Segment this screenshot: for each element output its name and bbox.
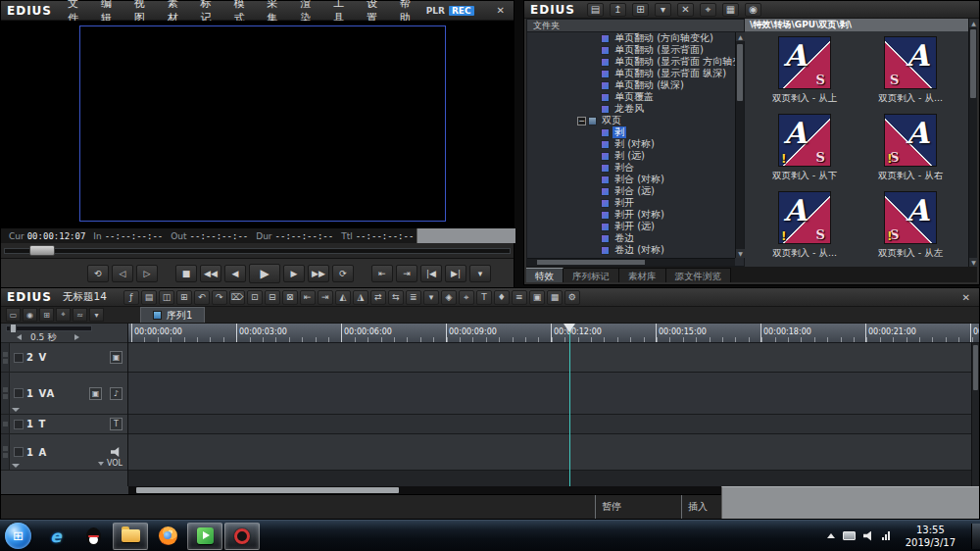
timecode-value[interactable]: --:--:--:--: [275, 231, 334, 241]
volume-icon[interactable]: [863, 531, 874, 541]
tree-item[interactable]: − 单页翻动 (纵深): [527, 79, 735, 91]
volume-label[interactable]: VOL: [98, 459, 122, 468]
firefox-taskbar-button[interactable]: [150, 523, 185, 550]
export-icon[interactable]: ▣: [529, 290, 545, 305]
timeline-ruler[interactable]: 00:00:00:0000:00:03:0000:00:06:0000:00:0…: [128, 324, 979, 343]
scroll-down-icon[interactable]: ▼: [969, 258, 978, 267]
position-bar[interactable]: [1, 243, 514, 258]
layout-icon[interactable]: ▦: [547, 290, 563, 305]
playhead-line[interactable]: [569, 324, 570, 486]
snap-icon[interactable]: ◉: [23, 308, 37, 322]
zoom-value[interactable]: 0.5 秒: [30, 332, 56, 342]
scroll-up-icon[interactable]: ▲: [969, 19, 978, 27]
start-button[interactable]: ⊞: [5, 523, 31, 549]
sequence-tab[interactable]: 序列1: [140, 307, 205, 323]
va-track-lane[interactable]: [128, 373, 979, 415]
goto-out-button[interactable]: ⇥: [396, 265, 417, 282]
add-to-timeline-icon[interactable]: ⊞: [632, 3, 649, 17]
redo-icon[interactable]: ↷: [212, 290, 227, 305]
rec-indicator[interactable]: REC: [449, 6, 474, 16]
tree-item[interactable]: − 单页覆盖: [527, 91, 735, 103]
palette-tab[interactable]: 特效: [526, 268, 564, 282]
timecode-value[interactable]: --:--:--:--: [190, 231, 249, 241]
scroll-up-icon[interactable]: ▲: [736, 32, 745, 41]
explorer-taskbar-button[interactable]: [113, 523, 148, 550]
track-expand-icon[interactable]: [12, 464, 20, 468]
empty-lane-area[interactable]: [128, 471, 979, 486]
sync-mode-icon[interactable]: ≣: [406, 290, 421, 305]
close-icon[interactable]: ✕: [954, 292, 979, 303]
palette-vscroll-thumb[interactable]: [970, 29, 976, 98]
track-expand-icon[interactable]: [12, 408, 20, 412]
overwrite-mode-icon[interactable]: ⇆: [388, 290, 404, 305]
track-mute-toggle[interactable]: [14, 420, 24, 429]
tray-expand-icon[interactable]: [827, 533, 835, 538]
loop-playback-button[interactable]: ⟳: [332, 265, 354, 282]
position-groove[interactable]: [4, 248, 511, 254]
track-patch[interactable]: [1, 343, 10, 372]
track-header-va[interactable]: 1 VA ▣ ♪: [1, 373, 127, 415]
tree-item[interactable]: − 剥开 (远): [527, 221, 735, 232]
track-display-toggle[interactable]: ▣: [110, 351, 122, 364]
view-mode-icon[interactable]: ▾: [655, 3, 671, 17]
settings-icon[interactable]: ⚙: [564, 290, 580, 305]
previous-edit-button[interactable]: |◀: [420, 265, 442, 282]
mixer-icon[interactable]: ≡: [512, 290, 527, 305]
zoom-slider-thumb[interactable]: [10, 324, 17, 333]
effects-panel-icon[interactable]: ƒ: [123, 290, 139, 305]
new-folder-icon[interactable]: ▤: [587, 3, 604, 17]
timeline-mode-icon[interactable]: ▭: [6, 308, 21, 322]
player-menu-button[interactable]: ▾: [469, 265, 491, 282]
track-mute-toggle[interactable]: [14, 447, 24, 457]
dropdown-icon[interactable]: ▾: [89, 308, 104, 322]
track-header-audio[interactable]: 1 A VOL: [1, 434, 127, 471]
timeline-horizontal-scrollbar[interactable]: [128, 486, 721, 494]
effect-thumbnail[interactable]: A S !: [778, 36, 831, 89]
track-audio-toggle[interactable]: ♪: [110, 387, 122, 400]
zoom-in-icon[interactable]: [74, 334, 79, 340]
goto-in-button[interactable]: ⇤: [371, 265, 393, 282]
effect-cell[interactable]: A S ! 双页剥入 - 从左: [860, 191, 960, 269]
match-frame-icon[interactable]: ◈: [441, 290, 457, 305]
green-app-taskbar-button[interactable]: [187, 523, 222, 550]
close-icon[interactable]: ✕: [488, 5, 514, 16]
timecode-value[interactable]: --:--:--:--: [105, 231, 164, 241]
tree-expander-icon[interactable]: −: [577, 117, 586, 125]
play-button[interactable]: ▶: [249, 264, 280, 283]
effect-thumbnail[interactable]: A S !: [884, 36, 937, 89]
palette-tab[interactable]: 素材库: [619, 268, 666, 282]
effect-thumbnail[interactable]: A S !: [884, 114, 937, 167]
vscroll-thumb[interactable]: [973, 345, 978, 390]
delete-icon[interactable]: ✕: [677, 3, 694, 17]
tree-item[interactable]: − 卷边: [527, 232, 735, 244]
insert-mode-icon[interactable]: ⇄: [370, 290, 386, 305]
zoom-out-icon[interactable]: [17, 334, 22, 340]
loop-button[interactable]: ⟲: [87, 265, 109, 282]
tree-vertical-scrollbar[interactable]: ▲ ▼: [735, 32, 744, 258]
tree-item[interactable]: − 龙卷风: [527, 103, 735, 115]
tree-hscroll-thumb[interactable]: [537, 260, 645, 265]
tree-item[interactable]: − 剥: [527, 126, 735, 138]
pin-icon[interactable]: ◉: [745, 3, 761, 17]
play-around-cursor-button[interactable]: ▷: [136, 265, 158, 282]
palette-tab[interactable]: 序列标记: [564, 268, 619, 282]
effect-cell[interactable]: A S ! 双页剥入 - 从右: [860, 114, 960, 191]
track-display-toggle[interactable]: ▣: [89, 387, 102, 400]
track-patch[interactable]: [1, 434, 10, 470]
undo-icon[interactable]: ↶: [194, 290, 210, 305]
tree-item[interactable]: − 单页翻动 (显示背面 方向轴变化): [527, 56, 735, 68]
tree-item[interactable]: − 剥开: [527, 197, 735, 209]
audio-track-lane[interactable]: [128, 434, 979, 471]
copy-icon[interactable]: ⊡: [247, 290, 263, 305]
palette-vertical-scrollbar[interactable]: ▲ ▼: [968, 19, 977, 267]
paste-icon[interactable]: ⊟: [265, 290, 280, 305]
timeline-lanes[interactable]: 00:00:00:0000:00:03:0000:00:06:0000:00:0…: [128, 324, 979, 486]
title-track-icon[interactable]: T: [110, 418, 122, 430]
track-patch[interactable]: [1, 373, 10, 414]
set-out-icon[interactable]: ⇥: [318, 290, 333, 305]
tree-item[interactable]: − 剥 (远): [527, 150, 735, 162]
scroll-down-icon[interactable]: ▼: [736, 249, 745, 258]
effect-thumbnail[interactable]: A S !: [778, 191, 831, 244]
track-mute-toggle[interactable]: [14, 388, 24, 398]
save-project-icon[interactable]: ◫: [159, 290, 174, 305]
